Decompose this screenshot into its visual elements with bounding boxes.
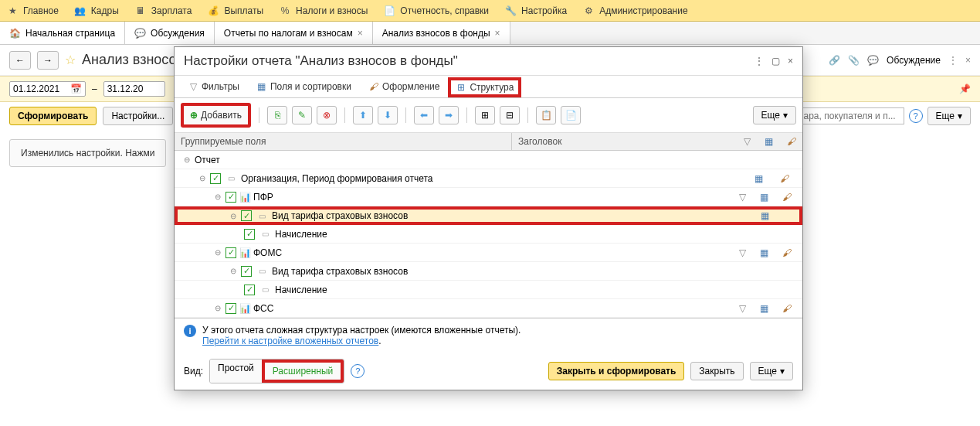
help-icon[interactable]: ? [909, 109, 923, 123]
tree-row-accrual-foms[interactable]: ✓ ▭ Начисление [175, 281, 802, 299]
date-from-input[interactable]: 📅 [9, 81, 86, 97]
copy-button[interactable]: 📋 [536, 106, 556, 124]
expand-button[interactable]: ⊞ [475, 106, 495, 124]
date-from-field[interactable] [13, 83, 67, 94]
tree-row-tariff-foms[interactable]: ⊖ ✓ ▭ Вид тарифа страховых взносов [175, 262, 802, 281]
checkbox[interactable]: ✓ [226, 247, 236, 258]
expander-icon[interactable]: ⊖ [213, 248, 222, 257]
search-input[interactable] [788, 107, 904, 124]
expander-icon[interactable]: ⊖ [229, 267, 238, 276]
close-icon[interactable]: × [788, 56, 793, 66]
expander-icon[interactable]: ⊖ [182, 155, 192, 165]
tree-row-org[interactable]: ⊖ ✓ ▭ Организация, Период формирования о… [175, 169, 802, 188]
menu-reports[interactable]: 📄 Отчетность, справки [383, 5, 489, 17]
calendar-icon[interactable]: 📅 [70, 83, 82, 94]
discuss-label[interactable]: Обсуждение [887, 55, 941, 66]
funnel-icon[interactable]: ▽ [737, 192, 748, 203]
paste-button[interactable]: 📄 [561, 106, 581, 124]
group-button[interactable]: ⎘ [267, 106, 287, 124]
checkbox[interactable]: ✓ [244, 285, 255, 295]
tab-home[interactable]: 🏠 Начальная страница [0, 22, 125, 44]
close-icon[interactable]: × [495, 28, 500, 39]
columns-icon[interactable]: ▦ [754, 173, 765, 184]
more-icon[interactable]: ⋮ [948, 55, 958, 66]
nav-forward-button[interactable]: → [37, 51, 59, 70]
columns-icon[interactable]: ▦ [759, 247, 770, 258]
tree-row-foms[interactable]: ⊖ ✓ 📊 ФОМС ▽ ▦ 🖌 [175, 244, 802, 262]
maximize-icon[interactable]: ▢ [771, 56, 780, 66]
menu-payments[interactable]: 💰 Выплаты [207, 5, 263, 17]
menu-main[interactable]: ★ Главное [6, 5, 59, 17]
move-left-button[interactable]: ⬅ [414, 106, 434, 124]
funnel-icon[interactable]: ▽ [737, 247, 748, 258]
delete-button[interactable]: ⊗ [317, 106, 337, 124]
brush-icon[interactable]: 🖌 [782, 303, 792, 314]
tab-analysis[interactable]: Анализ взносов в фонды × [373, 22, 510, 44]
pin-icon[interactable]: 📌 [959, 83, 971, 94]
tree-row-accrual-pfr[interactable]: ✓ ▭ Начисление [175, 225, 802, 244]
settings-button[interactable]: Настройки... [103, 107, 173, 125]
tab-tax-reports[interactable]: Отчеты по налогам и взносам × [215, 22, 373, 44]
expander-icon[interactable]: ⊖ [229, 211, 238, 220]
collapse-button[interactable]: ⊟ [500, 106, 520, 124]
columns-icon[interactable]: ▦ [759, 210, 770, 221]
menu-settings[interactable]: 🔧 Настройка [504, 5, 567, 17]
more-button[interactable]: Еще ▾ [927, 107, 971, 125]
more-button[interactable]: Еще ▾ [753, 106, 796, 124]
date-to-field[interactable] [107, 83, 161, 94]
tree-row-pfr[interactable]: ⊖ ✓ 📊 ПФР ▽ ▦ 🖌 [175, 188, 802, 206]
checkbox[interactable]: ✓ [241, 210, 252, 221]
nav-back-button[interactable]: ← [9, 51, 31, 70]
attach-icon[interactable]: 📎 [848, 55, 860, 66]
checkbox[interactable]: ✓ [226, 192, 236, 203]
form-button[interactable]: Сформировать [9, 107, 97, 125]
menu-personnel[interactable]: 👥 Кадры [74, 5, 119, 17]
nested-settings-link[interactable]: Перейти к настройке вложенных отчетов [202, 336, 378, 346]
brush-icon[interactable]: 🖌 [782, 247, 792, 258]
expander-icon[interactable]: ⊖ [198, 174, 207, 183]
checkbox[interactable]: ✓ [241, 266, 252, 277]
columns-icon[interactable]: ▦ [759, 303, 770, 314]
checkbox[interactable]: ✓ [226, 303, 236, 314]
edit-button[interactable]: ✎ [292, 106, 312, 124]
close-button[interactable]: Закрыть [690, 362, 743, 380]
tab-appearance[interactable]: 🖌 Оформление [360, 76, 448, 97]
add-button[interactable]: ⊕ Добавить [181, 103, 251, 128]
favorite-icon[interactable]: ☆ [65, 53, 76, 67]
more-icon[interactable]: ⋮ [754, 56, 764, 66]
menu-salary[interactable]: 🖩 Зарплата [134, 5, 192, 17]
expander-icon[interactable]: ⊖ [213, 304, 222, 313]
link-icon[interactable]: 🔗 [829, 55, 840, 66]
funnel-icon[interactable]: ▽ [737, 303, 748, 314]
close-icon[interactable]: × [358, 28, 363, 39]
move-down-button[interactable]: ⬇ [378, 106, 398, 124]
close-and-form-button[interactable]: Закрыть и сформировать [548, 362, 685, 380]
tree-row-report[interactable]: ⊖ Отчет [175, 151, 802, 169]
close-icon[interactable]: × [965, 55, 971, 66]
tab-filters[interactable]: ▽ Фильтры [179, 76, 248, 97]
more-button[interactable]: Еще ▾ [750, 362, 793, 380]
menu-admin[interactable]: ⚙ Администрирование [582, 5, 687, 17]
brush-icon[interactable]: 🖌 [786, 136, 797, 147]
columns-icon[interactable]: ▦ [759, 192, 770, 203]
tree-row-fss[interactable]: ⊖ ✓ 📊 ФСС ▽ ▦ 🖌 [175, 299, 802, 318]
view-advanced-button[interactable]: Расширенный [262, 360, 344, 383]
funnel-icon[interactable]: ▽ [741, 136, 752, 147]
tab-discussions[interactable]: 💬 Обсуждения [125, 22, 215, 44]
columns-icon[interactable]: ▦ [764, 136, 775, 147]
brush-icon[interactable]: 🖌 [779, 173, 790, 184]
help-icon[interactable]: ? [351, 364, 365, 378]
tab-fields[interactable]: ▦ Поля и сортировки [248, 76, 360, 97]
move-up-button[interactable]: ⬆ [353, 106, 373, 124]
tree-row-tariff-pfr[interactable]: ⊖ ✓ ▭ Вид тарифа страховых взносов ▦ [175, 206, 802, 225]
checkbox[interactable]: ✓ [244, 229, 255, 240]
checkbox[interactable]: ✓ [210, 173, 221, 184]
view-simple-button[interactable]: Простой [210, 360, 262, 383]
group-icon: ▭ [255, 267, 269, 276]
date-to-input[interactable] [103, 81, 165, 97]
expander-icon[interactable]: ⊖ [213, 193, 222, 202]
tab-structure[interactable]: ⊞ Структура [448, 77, 521, 97]
brush-icon[interactable]: 🖌 [782, 192, 792, 203]
move-right-button[interactable]: ➡ [439, 106, 459, 124]
menu-taxes[interactable]: % Налоги и взносы [279, 5, 368, 17]
